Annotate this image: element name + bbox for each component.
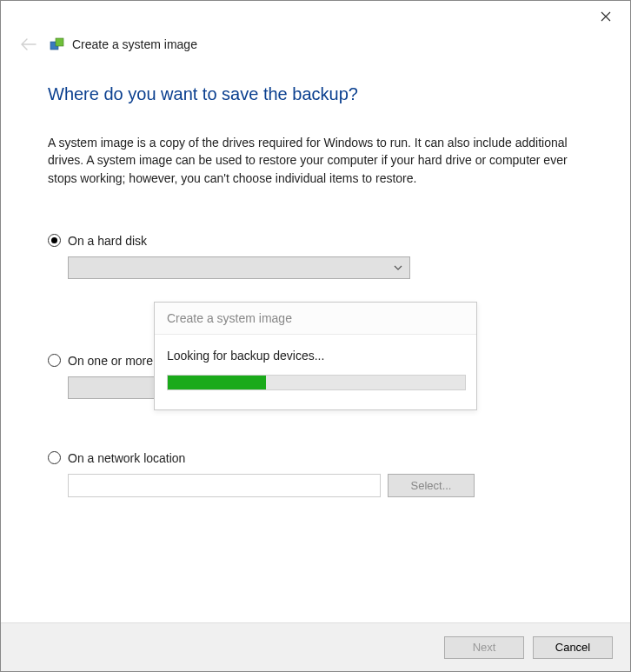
wizard-footer: Next Cancel xyxy=(1,622,630,671)
page-description: A system image is a copy of the drives r… xyxy=(48,134,569,187)
next-button[interactable]: Next xyxy=(444,636,524,659)
cancel-button[interactable]: Cancel xyxy=(533,636,613,659)
back-button xyxy=(18,34,39,55)
system-image-icon xyxy=(50,37,65,51)
close-button[interactable] xyxy=(588,4,623,29)
wizard-title: Create a system image xyxy=(72,37,197,51)
radio-network-label: On a network location xyxy=(68,451,185,465)
progress-dialog: Create a system image Looking for backup… xyxy=(154,302,477,410)
chevron-down-icon xyxy=(394,265,402,270)
progress-status-text: Looking for backup devices... xyxy=(167,349,464,363)
svg-rect-1 xyxy=(56,38,63,46)
radio-dvd[interactable] xyxy=(48,354,61,367)
page-heading: Where do you want to save the backup? xyxy=(48,84,583,104)
titlebar xyxy=(1,1,630,29)
radio-network[interactable] xyxy=(48,451,61,464)
option-network: On a network location Select... xyxy=(48,451,583,497)
radio-hard-disk-label: On a hard disk xyxy=(68,234,147,248)
radio-hard-disk[interactable] xyxy=(48,234,61,247)
progress-bar xyxy=(167,375,466,390)
progress-bar-fill xyxy=(168,376,266,389)
back-arrow-icon xyxy=(21,38,37,50)
network-location-input[interactable] xyxy=(68,474,381,497)
close-icon xyxy=(601,11,611,22)
radio-dvd-label: On one or more xyxy=(68,354,153,368)
hard-disk-dropdown[interactable] xyxy=(68,256,410,279)
option-hard-disk: On a hard disk xyxy=(48,234,583,279)
wizard-content: Where do you want to save the backup? A … xyxy=(1,63,630,497)
wizard-header: Create a system image xyxy=(1,29,630,63)
progress-dialog-title: Create a system image xyxy=(155,303,476,335)
select-network-button[interactable]: Select... xyxy=(388,474,475,497)
